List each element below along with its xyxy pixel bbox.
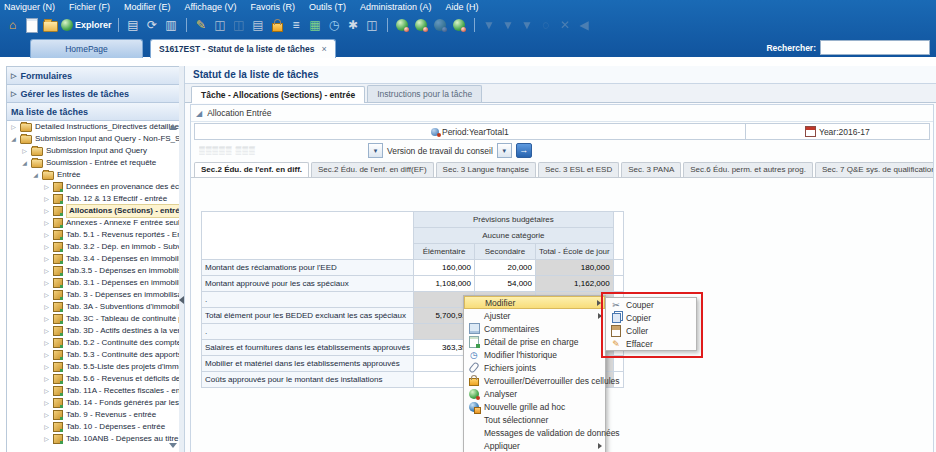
- new-document-icon[interactable]: [23, 17, 40, 34]
- tree-collapsed-icon[interactable]: ▷: [43, 193, 50, 205]
- tree-item-tab-14-fonds-generes-par-les-ec[interactable]: ▷Tab. 14 - Fonds générés par les éc: [7, 397, 179, 409]
- tree-item-submission-input-and-query[interactable]: ▷Submission Input and Query: [7, 145, 179, 157]
- tree-item-tab-3-5-depenses-en-immobilisati[interactable]: ▷Tab.3.5 - Dépenses en immobilisati: [7, 265, 179, 277]
- report-icon[interactable]: ▤: [250, 17, 267, 34]
- grid-tab-sec-3-pana[interactable]: Sec. 3 PANA: [621, 162, 681, 177]
- menu-item-effacer[interactable]: ✎Effacer: [606, 337, 696, 350]
- grid-data-cell[interactable]: 160,000: [414, 260, 475, 276]
- tree-item-donnees-en-provenance-des-ecoles[interactable]: ▷Données en provenance des écoles: [7, 181, 179, 193]
- tree-item-tab-3-1-depenses-en-immobilisat[interactable]: ▷Tab. 3.1 - Dépenses en immobilisat: [7, 277, 179, 289]
- sidebar-section-gerer-listes[interactable]: ▷Gérer les listes de tâches: [7, 85, 179, 103]
- tree-item-tab-5-6-revenus-et-deficits-des-t[interactable]: ▷Tab. 5.6 - Revenus et déficits des t: [7, 373, 179, 385]
- tree-collapsed-icon[interactable]: ▷: [43, 229, 50, 241]
- tab-task-instructions[interactable]: Instructions pour la tâche: [367, 85, 482, 102]
- tree-scroll-down-icon[interactable]: [169, 443, 177, 448]
- tree-collapsed-icon[interactable]: ▷: [43, 433, 50, 445]
- history-clock-icon[interactable]: ◷: [326, 17, 343, 34]
- tab-tasklist-status[interactable]: S1617EST - Statut de la liste de tâches …: [150, 39, 336, 58]
- collapse-sidebar-icon[interactable]: [179, 296, 184, 304]
- menu-item-detail-de-prise-en-charge[interactable]: Détail de prise en charge: [464, 335, 605, 348]
- grid-data-cell[interactable]: 20,000: [475, 260, 536, 276]
- tree-item-tab-5-1-revenus-reportes-entre[interactable]: ▷Tab. 5.1 - Revenus reportés - Entré: [7, 229, 179, 241]
- tree-collapsed-icon[interactable]: ▷: [43, 361, 50, 373]
- tree-item-detailed-instructions-directives-detaill[interactable]: ▷Detailed Instructions_Directives détail…: [7, 121, 179, 133]
- edit-pencil-icon[interactable]: ✎: [193, 17, 210, 34]
- tree-item-tab-3-depenses-en-immobilisatio[interactable]: ▷Tab. 3 - Dépenses en immobilisatio: [7, 289, 179, 301]
- analyze-sphere-icon[interactable]: [394, 17, 411, 34]
- refresh-icon[interactable]: ⟳: [144, 17, 161, 34]
- menu-aide-h[interactable]: Aide (H): [445, 2, 478, 12]
- adhoc-sphere-icon[interactable]: [413, 17, 430, 34]
- go-button[interactable]: →: [516, 143, 532, 158]
- home-icon[interactable]: ⌂: [4, 17, 21, 34]
- menu-item-modifier[interactable]: Modifier: [464, 296, 605, 309]
- tree-collapsed-icon[interactable]: ▷: [43, 241, 50, 253]
- tab-task-allocations[interactable]: Tâche - Allocations (Sections) - entrée: [191, 86, 365, 103]
- tree-collapsed-icon[interactable]: ▷: [43, 277, 50, 289]
- menu-naviguer-n[interactable]: Naviguer (N): [4, 2, 55, 12]
- menu-item-commentaires[interactable]: Commentaires: [464, 322, 605, 335]
- grid-tab-sec-7-q-e-sys-de-qualification[interactable]: Sec. 7 Q&E sys. de qualification: [815, 162, 933, 177]
- version-dropdown-icon[interactable]: ▾: [497, 143, 512, 158]
- tree-collapsed-icon[interactable]: ▷: [43, 421, 50, 433]
- tree-item-tab-11a-recettes-fiscales-entre[interactable]: ▷Tab. 11A - Recettes fiscales - entré: [7, 385, 179, 397]
- tree-item-tab-3a-subventions-d-immobilisa[interactable]: ▷Tab. 3A - Subventions d'immobilisa: [7, 301, 179, 313]
- tree-item-tab-5-5-liste-des-projets-d-immob[interactable]: ▷Tab. 5.5-Liste des projets d'immob: [7, 361, 179, 373]
- form-section-header[interactable]: ◢ Allocation Entrée: [191, 105, 933, 122]
- tree-expanded-icon[interactable]: ◢: [32, 169, 39, 181]
- grid-tab-sec-6-edu-perm-et-autres-prog[interactable]: Sec.6 Édu. perm. et autres prog.: [683, 162, 813, 177]
- close-icon[interactable]: ×: [321, 44, 326, 54]
- menu-item-copier[interactable]: Copier: [606, 311, 696, 324]
- tree-item-tab-10anb-depenses-au-titre-de[interactable]: ▷Tab. 10ANB - Dépenses au titre de: [7, 433, 179, 445]
- menu-item-modifier-l-historique[interactable]: ◷Modifier l'historique: [464, 348, 605, 361]
- menu-favoris-r[interactable]: Favoris (R): [250, 2, 295, 12]
- columns-icon[interactable]: ◫: [364, 17, 381, 34]
- tree-collapsed-icon[interactable]: ▷: [43, 301, 50, 313]
- validate-grid-icon[interactable]: ▦: [307, 17, 324, 34]
- menu-item-ajuster[interactable]: Ajuster: [464, 309, 605, 322]
- tree-item-entree[interactable]: ◢Entrée: [7, 169, 179, 181]
- menu-item-coller[interactable]: Coller: [606, 324, 696, 337]
- menu-item-appliquer[interactable]: Appliquer: [464, 439, 605, 452]
- task-list-icon[interactable]: ≡: [288, 17, 305, 34]
- search-input[interactable]: [820, 40, 930, 55]
- menu-item-tout-selectionner[interactable]: Tout sélectionner: [464, 413, 605, 426]
- tree-item-tab-9-revenus-entree[interactable]: ▷Tab. 9 - Revenus - entrée: [7, 409, 179, 421]
- tree-collapsed-icon[interactable]: ▷: [43, 349, 50, 361]
- tree-collapsed-icon[interactable]: ▷: [43, 265, 50, 277]
- tree-item-tab-3-4-depenses-en-immobilisat[interactable]: ▷Tab. 3.4 - Dépenses en immobilisat: [7, 253, 179, 265]
- print-icon[interactable]: ▥: [163, 17, 180, 34]
- tree-item-tab-5-2-continuite-des-comptes-d[interactable]: ▷Tab. 5.2 - Continuité des comptes d: [7, 337, 179, 349]
- tree-item-allocations-sections-entree[interactable]: ▷Allocations (Sections) - entrée: [7, 205, 179, 217]
- grid-data-cell[interactable]: 54,000: [475, 276, 536, 292]
- tree-item-tab-3-2-dep-en-immob-subv-p[interactable]: ▷Tab. 3.2 - Dép. en immob - Subv. p: [7, 241, 179, 253]
- explorer-button[interactable]: Explorer: [61, 17, 112, 34]
- find-icon[interactable]: ✱: [345, 17, 362, 34]
- sidebar-section-ma-liste[interactable]: Ma liste de tâches: [7, 103, 179, 121]
- lock-icon[interactable]: [269, 17, 286, 34]
- tree-collapsed-icon[interactable]: ▷: [43, 253, 50, 265]
- tree-item-tab-5-3-continuite-des-apports-e[interactable]: ▷Tab. 5.3 - Continuité des apports e: [7, 349, 179, 361]
- grid-data-cell[interactable]: 1,108,000: [414, 276, 475, 292]
- tree-item-tab-3d-actifs-destines-a-la-vente[interactable]: ▷Tab. 3D - Actifs destinés à la vente: [7, 325, 179, 337]
- tree-collapsed-icon[interactable]: ▷: [43, 313, 50, 325]
- tree-collapsed-icon[interactable]: ▷: [43, 397, 50, 409]
- menu-item-couper[interactable]: ✂Couper: [606, 298, 696, 311]
- menu-administration-a[interactable]: Administration (A): [360, 2, 432, 12]
- tree-item-submission-input-and-query-non-fs-soumi[interactable]: ◢Submission Input and Query - Non-FS_Sou…: [7, 133, 179, 145]
- tree-expanded-icon[interactable]: ◢: [10, 133, 17, 145]
- page-member-dropdown-icon[interactable]: ▾: [368, 143, 383, 158]
- grid-tab-sec-3-langue-francaise[interactable]: Sec. 3 Langue française: [436, 162, 536, 177]
- tree-collapsed-icon[interactable]: ▷: [43, 325, 50, 337]
- pov-period[interactable]: Period:YearTotal1: [195, 124, 746, 139]
- menu-modifier-e[interactable]: Modifier (E): [124, 2, 171, 12]
- sidebar-section-formulaires[interactable]: ▷Formulaires: [7, 67, 179, 85]
- tree-expanded-icon[interactable]: ◢: [21, 157, 28, 169]
- tree-collapsed-icon[interactable]: ▷: [10, 121, 17, 133]
- tree-collapsed-icon[interactable]: ▷: [43, 409, 50, 421]
- tree-item-tab-3c-tableau-de-continuite-po[interactable]: ▷Tab. 3C - Tableau de continuité po: [7, 313, 179, 325]
- open-folder-icon[interactable]: [42, 17, 59, 34]
- menu-item-fichiers-joints[interactable]: Fichiers joints: [464, 361, 605, 374]
- tree-scroll-up-icon[interactable]: [169, 125, 177, 130]
- tree-collapsed-icon[interactable]: ▷: [43, 217, 50, 229]
